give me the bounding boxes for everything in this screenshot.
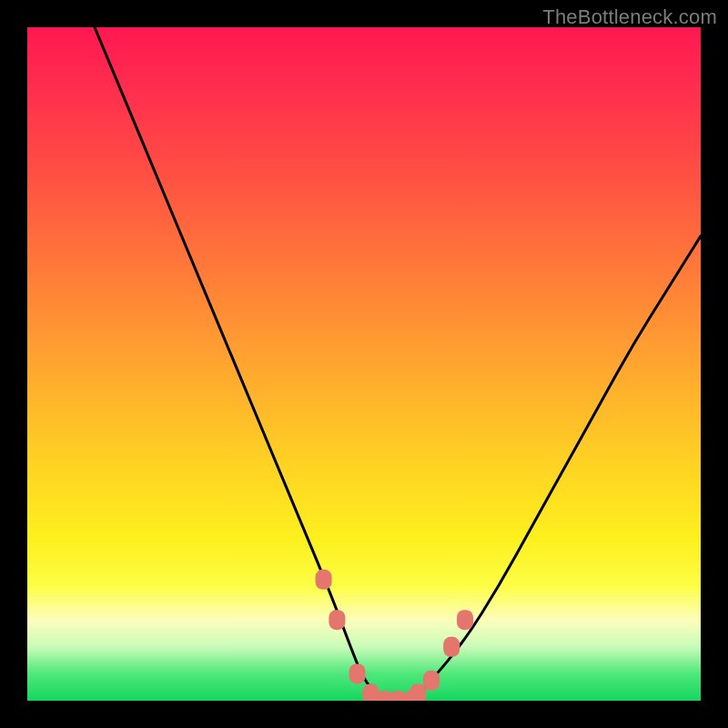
curve-marker: [410, 684, 426, 701]
plot-area: [27, 27, 701, 701]
curve-marker: [349, 663, 366, 683]
chart-frame: TheBottleneck.com: [0, 0, 728, 728]
curve-marker: [316, 570, 332, 590]
watermark-text: TheBottleneck.com: [542, 5, 717, 29]
curve-marker: [329, 610, 345, 630]
bottleneck-curve: [95, 27, 701, 701]
curve-markers: [316, 570, 473, 701]
curve-marker: [443, 637, 460, 657]
curve-marker: [423, 671, 440, 691]
curve-marker: [457, 610, 473, 630]
curve-svg: [27, 27, 701, 701]
